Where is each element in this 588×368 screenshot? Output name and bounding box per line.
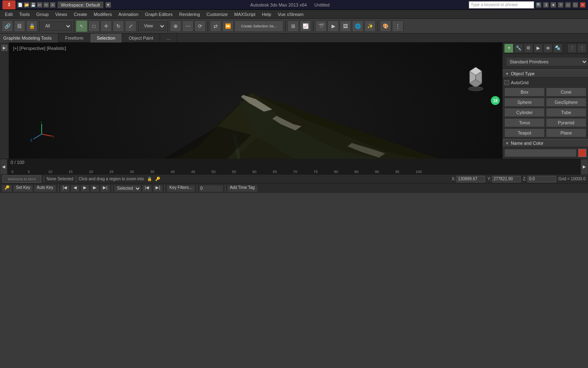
tb-scale[interactable]: ⤢	[125, 20, 136, 32]
set-key-btn[interactable]: Set Key	[13, 185, 33, 192]
menu-graph-editors[interactable]: Graph Editors	[142, 11, 176, 18]
menu-views[interactable]: Views	[52, 11, 70, 18]
btn-pyramid[interactable]: Pyramid	[546, 118, 586, 127]
key-mode-toggle[interactable]: 🔑	[2, 185, 12, 192]
tb-angle-snap[interactable]: ⟳	[194, 20, 206, 32]
btn-plane[interactable]: Plane	[546, 128, 586, 137]
quick-access-open[interactable]: 📂	[24, 2, 29, 8]
menu-tools[interactable]: Tools	[16, 11, 33, 18]
timeline-track[interactable]: 0 / 100 0 5 10 15 20 25 30 35 40 45 50 5…	[7, 159, 581, 175]
prev-frame-btn[interactable]: ◀	[71, 185, 80, 192]
auto-key-btn[interactable]: Auto Key	[34, 185, 56, 192]
tb-curve[interactable]: 📈	[300, 20, 311, 32]
settings-button[interactable]: ★	[550, 2, 556, 8]
timeline-next[interactable]: ▶	[581, 159, 588, 175]
tb-render-setup[interactable]: 🎬	[315, 20, 327, 32]
view-mode[interactable]: View Screen World	[140, 22, 166, 31]
btn-teapot[interactable]: Teapot	[504, 128, 545, 137]
tb-move[interactable]: ✛	[100, 20, 112, 32]
quick-access-redo[interactable]: ↪	[43, 2, 49, 8]
tb-render[interactable]: ▶	[327, 20, 339, 32]
btn-sphere[interactable]: Sphere	[504, 98, 545, 107]
rp-utilities-icon[interactable]: 🔩	[553, 44, 562, 53]
menu-group[interactable]: Group	[33, 11, 52, 18]
quick-access-save[interactable]: 💾	[30, 2, 36, 8]
z-input[interactable]	[528, 176, 556, 182]
help-button[interactable]: ?	[558, 2, 564, 8]
close-button[interactable]: ✕	[580, 2, 586, 8]
tb-env[interactable]: 🌐	[352, 20, 363, 32]
extra-tab[interactable]: ...	[160, 34, 177, 43]
tb-snap-toggle[interactable]: ⋯	[182, 20, 194, 32]
selected-dropdown[interactable]: Selected	[114, 185, 141, 192]
current-frame-input[interactable]	[199, 185, 223, 192]
go-end-btn[interactable]: ▶|	[100, 185, 110, 192]
object-paint-tab[interactable]: Object Paint	[122, 34, 160, 43]
selection-filter[interactable]: All Geometry Shapes	[42, 22, 72, 31]
rp-create-icon[interactable]: ✦	[504, 44, 513, 53]
tb-bind-space[interactable]: 🔒	[26, 20, 38, 32]
tb-pivot[interactable]: ⊕	[170, 20, 181, 32]
next-frame-btn[interactable]: ▶	[90, 185, 99, 192]
tb-select-region[interactable]: □	[88, 20, 100, 32]
x-input[interactable]	[457, 176, 485, 182]
rp-motion-icon[interactable]: ▶	[534, 44, 543, 53]
next-key-btn[interactable]: ▶|	[153, 185, 163, 192]
menu-customize[interactable]: Customize	[203, 11, 231, 18]
menu-edit[interactable]: Edit	[2, 11, 16, 18]
status-lock-icon[interactable]: 🔒	[147, 176, 152, 182]
color-swatch[interactable]	[578, 149, 586, 157]
menu-animation[interactable]: Animation	[115, 11, 142, 18]
tb-more[interactable]: ⋮	[392, 20, 403, 32]
tb-rotate[interactable]: ↻	[113, 20, 124, 32]
prev-key-btn[interactable]: |◀	[142, 185, 152, 192]
selection-tab[interactable]: Selection	[90, 34, 122, 43]
rp-modify-icon[interactable]: 🔧	[514, 44, 523, 53]
y-input[interactable]	[492, 176, 521, 182]
quick-access-undo[interactable]: ↩	[37, 2, 42, 8]
freeform-tab[interactable]: Freeform	[58, 34, 90, 43]
timeline-prev[interactable]: ◀	[0, 159, 7, 175]
status-key-icon[interactable]: 🔑	[155, 176, 160, 182]
minimize-button[interactable]: —	[565, 2, 571, 8]
restore-button[interactable]: □	[572, 2, 578, 8]
add-time-tag-btn[interactable]: Add Time Tag	[227, 185, 258, 192]
viewport-3d[interactable]: [+] [Perspective] [Realistic]	[9, 43, 502, 159]
tb-render-frame[interactable]: 🖼	[340, 20, 351, 32]
btn-tube[interactable]: Tube	[546, 108, 586, 117]
quick-access-new[interactable]: 📄	[17, 2, 23, 8]
primitives-dropdown[interactable]: Standard Primitives Extended Primitives …	[506, 57, 588, 66]
rp-extra2[interactable]: ⋮	[577, 44, 586, 53]
left-panel-btn1[interactable]: ▶	[1, 44, 8, 52]
tb-align[interactable]: ⏩	[222, 20, 234, 32]
name-color-header[interactable]: ▼ Name and Color	[503, 139, 588, 147]
search-button[interactable]: 🔍	[536, 2, 541, 8]
object-name-input[interactable]	[504, 149, 577, 157]
menu-rendering[interactable]: Rendering	[176, 11, 203, 18]
menu-vue[interactable]: Vue xStream	[274, 11, 307, 18]
menu-create[interactable]: Create	[70, 11, 90, 18]
toprender-badge[interactable]: 18	[491, 96, 500, 105]
info-button[interactable]: ℹ	[543, 2, 549, 8]
tb-schematic[interactable]: ⊞	[287, 20, 299, 32]
tb-unlink[interactable]: ⛓	[14, 20, 25, 32]
quick-access-more[interactable]: ≡	[50, 2, 56, 8]
play-btn[interactable]: ▶	[80, 185, 89, 192]
graphite-tab[interactable]: Graphite Modeling Tools	[0, 34, 58, 43]
workspace-selector[interactable]: Workspace: Default	[57, 1, 104, 9]
tb-link[interactable]: 🔗	[2, 20, 13, 32]
btn-cylinder[interactable]: Cylinder	[504, 108, 545, 117]
workspace-dropdown[interactable]: ▼	[105, 2, 111, 8]
key-filters-btn[interactable]: Key Filters...	[167, 185, 195, 192]
rp-extra1[interactable]: ⋮	[568, 44, 577, 53]
menu-help[interactable]: Help	[259, 11, 275, 18]
menu-maxscript[interactable]: MAXScript	[231, 11, 259, 18]
viewport-cube[interactable]	[461, 63, 490, 92]
tb-select[interactable]: ↖	[76, 20, 87, 32]
go-start-btn[interactable]: |◀	[60, 185, 70, 192]
tb-create-selection[interactable]: Create Selection Se...	[234, 20, 283, 32]
menu-modifiers[interactable]: Modifiers	[90, 11, 115, 18]
tb-mirror[interactable]: ⇄	[210, 20, 221, 32]
autogrid-checkbox[interactable]	[504, 80, 509, 85]
btn-cone[interactable]: Cone	[546, 88, 586, 96]
